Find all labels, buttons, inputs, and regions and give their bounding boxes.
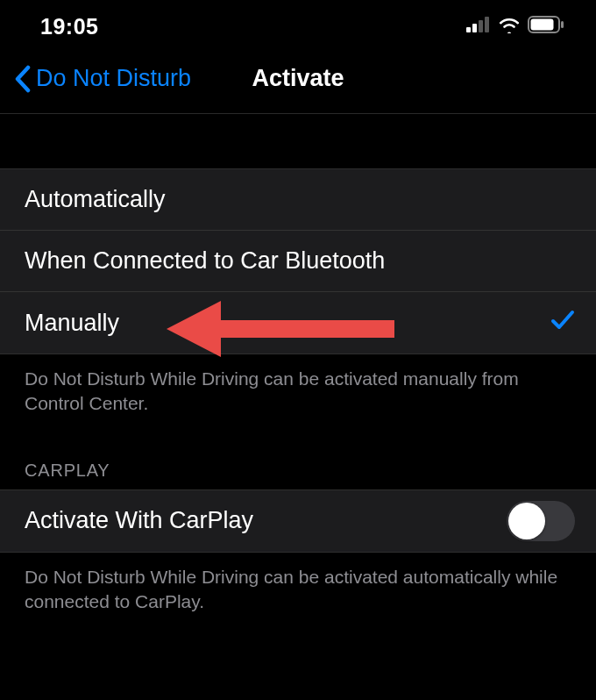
option-car-bluetooth[interactable]: When Connected to Car Bluetooth	[0, 231, 596, 292]
carplay-group: Activate With CarPlay	[0, 489, 596, 553]
svg-rect-3	[485, 17, 489, 32]
checkmark-icon	[550, 309, 575, 338]
spacer	[0, 114, 596, 168]
page-title: Activate	[252, 65, 344, 92]
carplay-toggle-label: Activate With CarPlay	[25, 507, 507, 534]
status-indicators	[466, 16, 564, 37]
option-label: Manually	[25, 310, 550, 337]
wifi-icon	[498, 16, 521, 37]
svg-rect-5	[561, 21, 564, 28]
svg-rect-2	[479, 20, 483, 32]
option-label: When Connected to Car Bluetooth	[25, 247, 575, 275]
status-bar: 19:05	[0, 0, 596, 53]
option-manually[interactable]: Manually	[0, 292, 596, 354]
toggle-switch[interactable]	[507, 501, 575, 541]
carplay-toggle-row[interactable]: Activate With CarPlay	[0, 490, 596, 552]
back-button[interactable]: Do Not Disturb	[14, 65, 191, 93]
toggle-knob	[508, 503, 545, 539]
carplay-footer: Do Not Disturb While Driving can be acti…	[0, 553, 596, 624]
status-time: 19:05	[40, 14, 98, 39]
option-label: Automatically	[25, 186, 575, 213]
back-label: Do Not Disturb	[36, 65, 191, 92]
nav-bar: Do Not Disturb Activate	[0, 53, 596, 114]
svg-rect-1	[472, 24, 477, 32]
svg-rect-6	[531, 19, 554, 31]
option-automatically[interactable]: Automatically	[0, 169, 596, 231]
battery-icon	[528, 16, 564, 37]
activation-options-group: Automatically When Connected to Car Blue…	[0, 168, 596, 354]
options-footer: Do Not Disturb While Driving can be acti…	[0, 354, 596, 425]
carplay-section-header: CARPLAY	[0, 425, 596, 489]
cellular-signal-icon	[466, 17, 491, 36]
chevron-left-icon	[14, 65, 31, 93]
svg-rect-0	[466, 27, 471, 32]
